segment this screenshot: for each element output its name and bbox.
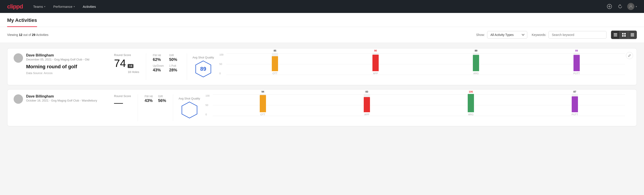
- svg-point-3: [630, 5, 632, 7]
- svg-marker-18: [182, 102, 197, 118]
- one-putt-stat: 1 Putt 28%: [169, 64, 180, 72]
- nav-performance-label: Performance: [53, 5, 72, 8]
- navbar: clippd Teams ▾ Performance ▾ Activities: [0, 0, 644, 13]
- fw-hit-stat: FW Hit 62%: [153, 54, 164, 62]
- hex-score-value: 89: [200, 66, 206, 72]
- score-big: 74 +4 18 Holes: [114, 58, 139, 74]
- updown-value: 43%: [153, 68, 164, 72]
- gir-label: GIR: [169, 54, 180, 57]
- avatar-chevron-icon: ▾: [636, 5, 637, 8]
- nav-activities-label: Activities: [83, 5, 96, 8]
- nav-teams-label: Teams: [33, 5, 43, 8]
- avg-shot-quality-label-2: Avg Shot Quality: [178, 97, 200, 100]
- bar-chart-2: 100 50 0 94: [206, 94, 625, 121]
- fw-hit-label: FW Hit: [153, 54, 164, 57]
- mini-stats-2: FW Hit 43% GIR 56%: [144, 94, 166, 103]
- filters-row: Viewing 12 out of 29 Activities Show: Al…: [0, 27, 644, 43]
- activity-type-select[interactable]: All Activity Types: [487, 31, 527, 38]
- nav-activities[interactable]: Activities: [80, 3, 99, 10]
- svg-point-15: [17, 56, 20, 58]
- card-stats-2: Round Score FW Hit 43% GIR 56%: [107, 94, 630, 121]
- svg-rect-7: [622, 33, 624, 34]
- refresh-button[interactable]: [616, 3, 624, 10]
- user-info: Dave Billingham December 05, 2021 - Gog …: [26, 53, 107, 75]
- round-score-label: Round Score: [114, 53, 139, 57]
- activity-card: Dave Billingham December 05, 2021 - Gog …: [7, 48, 637, 85]
- chart-gridline-100: [226, 53, 625, 54]
- chart-y-axis: 100 50 0: [219, 53, 223, 75]
- svg-rect-8: [624, 33, 626, 34]
- user-avatar-button[interactable]: ▾: [627, 3, 637, 10]
- activity-title: Morning round of golf: [26, 64, 107, 70]
- round-score-value: 74: [114, 58, 126, 69]
- score-placeholder: [114, 103, 123, 104]
- nav-teams[interactable]: Teams ▾: [30, 3, 48, 10]
- viewing-count: 12: [19, 33, 22, 36]
- updown-label: Up/Down: [153, 64, 164, 68]
- pencil-icon: [628, 54, 631, 57]
- svg-rect-11: [630, 33, 634, 34]
- hexagon-2: [180, 101, 198, 119]
- user-icon: [629, 4, 633, 8]
- view-list-compact-button[interactable]: [611, 31, 620, 39]
- fw-hit-label-2: FW Hit: [144, 95, 153, 98]
- svg-rect-9: [622, 35, 624, 37]
- gir-stat-2: GIR 56%: [158, 95, 166, 103]
- view-grid-button[interactable]: [620, 31, 628, 39]
- avatar: [627, 3, 634, 10]
- add-button[interactable]: [606, 3, 613, 10]
- list-compact-icon: [614, 33, 617, 36]
- viewing-count-text: Viewing 12 out of 29 Activities: [7, 33, 472, 36]
- fw-hit-value: 62%: [153, 57, 164, 62]
- activity-date-location: December 05, 2021 - Gog Magog Golf Club …: [26, 58, 107, 61]
- refresh-icon: [618, 4, 622, 9]
- shot-stats-section-2: FW Hit 43% GIR 56%: [138, 94, 173, 121]
- teams-chevron-icon: ▾: [44, 5, 45, 8]
- arg-value-label: 89: [475, 49, 477, 52]
- ott-x-label: OTT: [272, 72, 277, 75]
- ott-value-label: 85: [274, 49, 276, 52]
- user-name-2: Dave Billingham: [26, 94, 107, 98]
- card-stats: Round Score 74 +4 18 Holes FW Hit: [107, 53, 630, 80]
- putt-bar-bg: [574, 53, 580, 71]
- round-score-section-2: Round Score: [107, 94, 138, 121]
- data-source: Data Source: Arccos: [26, 72, 107, 75]
- view-toggle: [611, 30, 637, 39]
- main-content: Dave Billingham December 05, 2021 - Gog …: [0, 43, 644, 136]
- ott-bar-fill: [272, 56, 278, 71]
- user-name: Dave Billingham: [26, 53, 107, 57]
- avatar: [14, 53, 23, 63]
- page-header: My Activities: [0, 13, 644, 27]
- shot-quality-section: Avg Shot Quality 89: [187, 53, 630, 80]
- avg-shot-quality-label: Avg Shot Quality: [192, 56, 214, 59]
- nav-right: ▾: [606, 3, 637, 10]
- user-avatar-icon-2: [16, 96, 21, 102]
- arg-x-label: ARG: [473, 72, 479, 75]
- chart-gridline-50: [226, 64, 625, 64]
- activity-card-2: Dave Billingham October 16, 2021 - Gog M…: [7, 89, 637, 126]
- grid-icon: [622, 33, 626, 36]
- hexagon-container-2: Avg Shot Quality: [178, 97, 200, 119]
- card-content: Dave Billingham December 05, 2021 - Gog …: [14, 53, 630, 80]
- putt-x-label: PUTT: [573, 72, 580, 75]
- ott-bar-bg: [272, 53, 278, 71]
- user-info-2: Dave Billingham October 16, 2021 - Gog M…: [26, 94, 107, 102]
- nav-performance[interactable]: Performance ▾: [50, 3, 78, 10]
- shot-quality-section-2: Avg Shot Quality 100: [173, 94, 630, 121]
- view-list-rows-button[interactable]: [628, 31, 637, 39]
- round-score-section: Round Score 74 +4 18 Holes: [107, 53, 146, 80]
- keywords-label: Keywords:: [532, 33, 546, 36]
- list-rows-icon: [630, 33, 634, 36]
- svg-rect-13: [630, 35, 634, 36]
- gir-stat: GIR 50%: [169, 54, 180, 62]
- putt-value-label: 89: [575, 49, 578, 52]
- keywords-filter-group: Keywords:: [532, 31, 606, 38]
- fw-hit-stat-2: FW Hit 43%: [144, 95, 153, 103]
- app-value-label: 90: [374, 49, 377, 52]
- hexagon: 89: [194, 60, 212, 78]
- svg-point-17: [17, 97, 20, 99]
- svg-rect-10: [624, 35, 626, 37]
- search-input[interactable]: [548, 31, 606, 38]
- edit-button[interactable]: [626, 52, 633, 59]
- activity-date-location-2: October 16, 2021 - Gog Magog Golf Club -…: [26, 99, 107, 102]
